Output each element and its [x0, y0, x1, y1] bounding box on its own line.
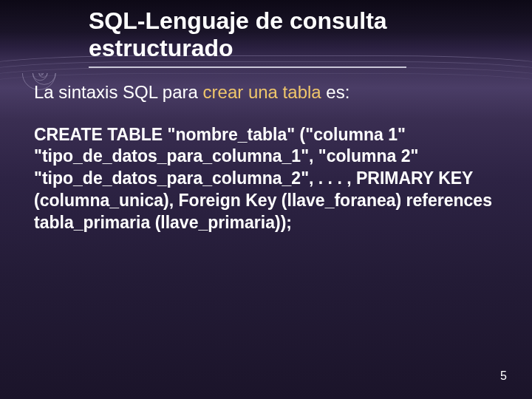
subtitle-prefix: La sintaxis SQL para: [34, 82, 203, 102]
code-block: CREATE TABLE "nombre_tabla" ("columna 1"…: [34, 124, 502, 234]
title-line-2: estructurado: [89, 35, 233, 61]
subtitle-suffix: es:: [321, 82, 350, 102]
subtitle-highlight: crear una tabla: [203, 82, 321, 102]
subtitle: La sintaxis SQL para crear una tabla es:: [34, 81, 502, 103]
title-line-1: SQL-Lenguaje de consulta: [89, 7, 387, 34]
page-number: 5: [500, 369, 507, 383]
slide-content: La sintaxis SQL para crear una tabla es:…: [0, 68, 532, 234]
slide-title: SQL-Lenguaje de consulta estructurado: [0, 0, 532, 64]
